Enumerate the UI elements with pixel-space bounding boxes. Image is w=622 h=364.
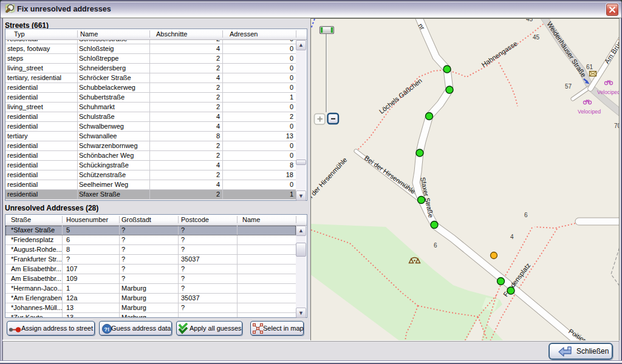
- svg-text:Velociped: Velociped: [578, 109, 601, 115]
- svg-text:6: 6: [524, 212, 528, 218]
- svg-text:Bei der Hirsenmühle: Bei der Hirsenmühle: [311, 156, 348, 205]
- svg-text:Bei der Hirsenmühle: Bei der Hirsenmühle: [363, 154, 417, 195]
- svg-text:57: 57: [565, 83, 572, 90]
- svg-text:?!: ?!: [104, 326, 109, 332]
- svg-text:45: 45: [526, 19, 533, 22]
- svg-text:61: 61: [586, 64, 593, 70]
- svg-text:Velociped: Velociped: [597, 89, 620, 95]
- svg-text:Löchels Gäßchen: Löchels Gäßchen: [378, 77, 423, 115]
- svg-text:Weidenhäuser Straße: Weidenhäuser Straße: [545, 20, 587, 78]
- svg-text:6: 6: [434, 242, 437, 249]
- svg-text:4: 4: [510, 234, 514, 240]
- svg-text:70: 70: [614, 123, 620, 129]
- svg-text:45: 45: [533, 34, 540, 41]
- svg-text:Hahnengasse: Hahnengasse: [480, 39, 518, 68]
- svg-text:Am Brück: Am Brück: [603, 36, 620, 65]
